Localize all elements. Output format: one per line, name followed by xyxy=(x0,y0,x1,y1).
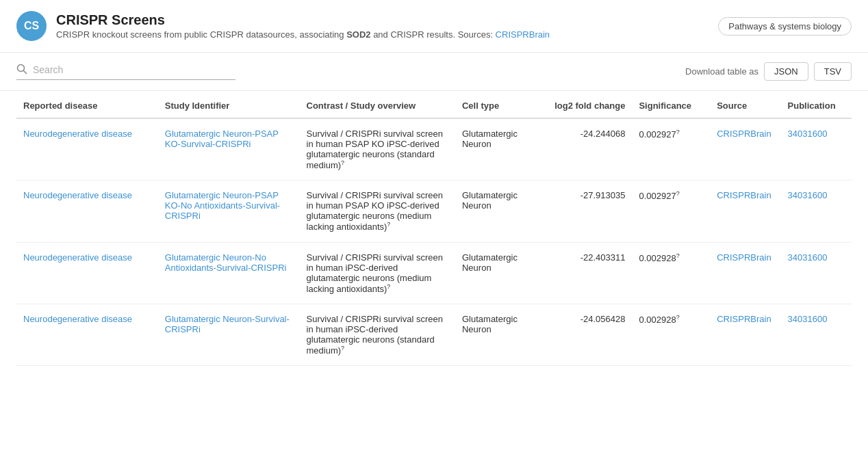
contrast-overview-cell: Survival / CRISPRi survival screen in hu… xyxy=(300,181,455,242)
contrast-overview-cell: Survival / CRISPRi survival screen in hu… xyxy=(300,118,455,181)
reported-disease-link[interactable]: Neurodegenerative disease xyxy=(23,190,132,200)
source-link[interactable]: CRISPRBrain xyxy=(717,252,771,263)
download-label: Download table as xyxy=(685,66,758,77)
subtitle-middle: and CRISPR results. Sources: xyxy=(371,29,496,40)
tsv-download-button[interactable]: TSV xyxy=(814,62,852,81)
col-header-contrast-overview: Contrast / Study overview xyxy=(300,91,455,118)
col-header-reported-disease: Reported disease xyxy=(16,91,158,118)
contrast-overview-cell: Survival / CRISPRi survival screen in hu… xyxy=(300,242,455,304)
publication-link[interactable]: 34031600 xyxy=(788,314,828,324)
log2-fold-change-cell: -22.403311 xyxy=(547,242,632,304)
search-bar[interactable] xyxy=(16,64,235,80)
search-icon xyxy=(16,64,27,77)
gene-name: SOD2 xyxy=(346,29,370,40)
toolbar: Download table as JSON TSV xyxy=(0,53,868,91)
table-header-row: Reported disease Study Identifier Contra… xyxy=(16,91,852,118)
header: CS CRISPR Screens CRISPR knockout screen… xyxy=(0,0,868,53)
results-table: Reported disease Study Identifier Contra… xyxy=(16,91,852,366)
download-section: Download table as JSON TSV xyxy=(685,62,852,81)
significance-cell: 0.002927? xyxy=(632,118,710,181)
header-text-block: CRISPR Screens CRISPR knockout screens f… xyxy=(56,12,718,40)
cell-type-cell: Glutamatergic Neuron xyxy=(455,304,547,365)
significance-cell: 0.002928? xyxy=(632,242,710,304)
cell-type-cell: Glutamatergic Neuron xyxy=(455,242,547,304)
publication-link[interactable]: 34031600 xyxy=(788,252,828,263)
reported-disease-link[interactable]: Neurodegenerative disease xyxy=(23,252,132,263)
log2-fold-change-cell: -27.913035 xyxy=(547,181,632,242)
study-identifier-link[interactable]: Glutamatergic Neuron-PSAP KO-Survival-CR… xyxy=(165,129,279,149)
table-row: Neurodegenerative diseaseGlutamatergic N… xyxy=(16,181,852,242)
col-header-study-identifier: Study Identifier xyxy=(158,91,300,118)
study-identifier-link[interactable]: Glutamatergic Neuron-PSAP KO-No Antioxid… xyxy=(165,190,280,221)
json-download-button[interactable]: JSON xyxy=(764,62,808,81)
study-identifier-link[interactable]: Glutamatergic Neuron-No Antioxidants-Sur… xyxy=(165,252,287,273)
table-row: Neurodegenerative diseaseGlutamatergic N… xyxy=(16,242,852,304)
source-link[interactable]: CRISPRBrain xyxy=(717,190,771,200)
app-avatar: CS xyxy=(16,11,47,41)
log2-fold-change-cell: -24.244068 xyxy=(547,118,632,181)
table-container: Reported disease Study Identifier Contra… xyxy=(0,91,868,366)
significance-cell: 0.002928? xyxy=(632,304,710,365)
col-header-log2: log2 fold change xyxy=(547,91,632,118)
col-header-significance: Significance xyxy=(632,91,710,118)
cell-type-cell: Glutamatergic Neuron xyxy=(455,181,547,242)
col-header-publication: Publication xyxy=(781,91,852,118)
source-link[interactable]: CRISPRBrain xyxy=(717,129,771,139)
reported-disease-link[interactable]: Neurodegenerative disease xyxy=(23,129,132,139)
study-identifier-link[interactable]: Glutamatergic Neuron-Survival-CRISPRi xyxy=(165,314,290,334)
log2-fold-change-cell: -24.056428 xyxy=(547,304,632,365)
source-link[interactable]: CRISPRBrain xyxy=(717,314,771,324)
svg-line-1 xyxy=(24,70,27,73)
col-header-cell-type: Cell type xyxy=(455,91,547,118)
search-input[interactable] xyxy=(33,64,235,75)
col-header-source: Source xyxy=(710,91,780,118)
publication-link[interactable]: 34031600 xyxy=(788,129,828,139)
table-row: Neurodegenerative diseaseGlutamatergic N… xyxy=(16,304,852,365)
pathway-badge: Pathways & systems biology xyxy=(718,17,852,36)
reported-disease-link[interactable]: Neurodegenerative disease xyxy=(23,314,132,324)
significance-cell: 0.002927? xyxy=(632,181,710,242)
app-subtitle: CRISPR knockout screens from public CRIS… xyxy=(56,29,718,40)
app-title: CRISPR Screens xyxy=(56,12,718,28)
contrast-overview-cell: Survival / CRISPRi survival screen in hu… xyxy=(300,304,455,365)
table-row: Neurodegenerative diseaseGlutamatergic N… xyxy=(16,118,852,181)
cell-type-cell: Glutamatergic Neuron xyxy=(455,118,547,181)
source-link[interactable]: CRISPRBrain xyxy=(496,29,550,40)
publication-link[interactable]: 34031600 xyxy=(788,190,828,200)
subtitle-prefix: CRISPR knockout screens from public CRIS… xyxy=(56,29,346,40)
